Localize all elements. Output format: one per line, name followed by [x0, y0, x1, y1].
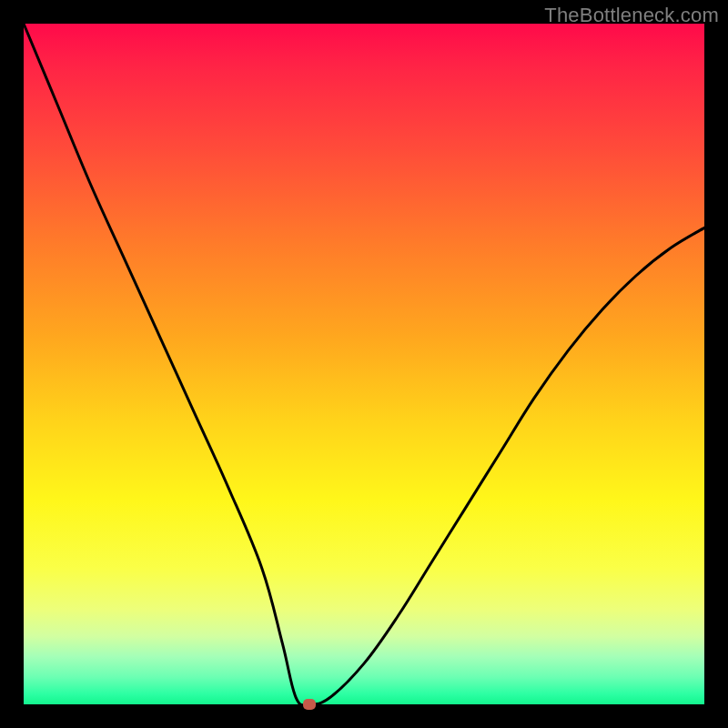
- minimum-marker: [303, 699, 316, 710]
- plot-area: [24, 24, 704, 704]
- bottleneck-curve: [24, 24, 704, 705]
- chart-frame: TheBottleneck.com: [0, 0, 728, 728]
- curve-svg: [24, 24, 704, 704]
